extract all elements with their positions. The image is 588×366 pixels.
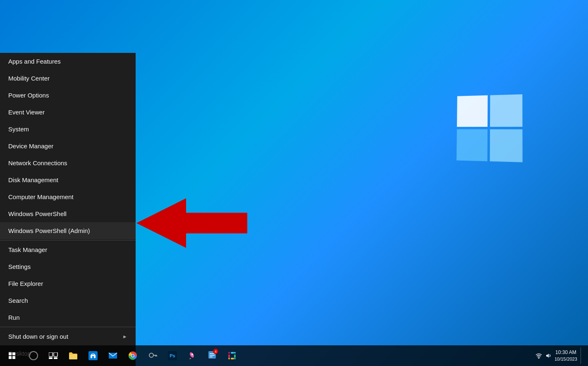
- svg-rect-1: [54, 352, 57, 356]
- svg-rect-5: [92, 356, 94, 358]
- svg-rect-0: [49, 352, 53, 356]
- svg-rect-27: [228, 358, 230, 359]
- desktop: Apps and Features Mobility Center Power …: [0, 0, 588, 366]
- menu-item-search[interactable]: Search: [0, 292, 136, 309]
- chrome-icon: [128, 351, 137, 360]
- taskbar-fileexplorer-button[interactable]: [64, 345, 83, 366]
- start-icon: [9, 352, 15, 359]
- context-menu: Apps and Features Mobility Center Power …: [0, 53, 136, 366]
- menu-item-task-manager[interactable]: Task Manager: [0, 241, 136, 258]
- taskbar-clock[interactable]: 10:30 AM 10/15/2023: [555, 349, 577, 362]
- taskbar-right: 10:30 AM 10/15/2023: [535, 347, 586, 364]
- menu-divider-2: [0, 327, 136, 327]
- menu-item-windows-powershell[interactable]: Windows PowerShell: [0, 205, 136, 222]
- svg-point-9: [131, 354, 134, 357]
- wifi-icon: [535, 353, 542, 359]
- key-icon: [148, 351, 157, 360]
- slack-icon: [227, 351, 237, 360]
- taskbar-search-button[interactable]: [24, 345, 43, 366]
- taskbar-taskview-button[interactable]: [44, 345, 63, 366]
- notes-icon: 4: [208, 350, 217, 361]
- submenu-arrow-icon: ►: [122, 334, 127, 340]
- taskbar-keepass-button[interactable]: [143, 345, 162, 366]
- taskbar-icons: Ps 4: [24, 345, 241, 366]
- menu-item-computer-management[interactable]: Computer Management: [0, 188, 136, 205]
- svg-rect-26: [231, 358, 234, 359]
- menu-item-settings[interactable]: Settings: [0, 258, 136, 275]
- taskbar-notes-button[interactable]: 4: [203, 345, 222, 366]
- menu-item-device-manager[interactable]: Device Manager: [0, 138, 136, 154]
- menu-item-event-viewer[interactable]: Event Viewer: [0, 104, 136, 121]
- svg-rect-2: [49, 357, 53, 359]
- taskbar-mail-button[interactable]: [103, 345, 122, 366]
- menu-item-mobility-center[interactable]: Mobility Center: [0, 70, 136, 87]
- menu-item-disk-management[interactable]: Disk Management: [0, 171, 136, 188]
- store-icon: [88, 351, 98, 360]
- menu-divider-1: [0, 240, 136, 240]
- svg-rect-20: [228, 354, 230, 358]
- volume-icon: [545, 353, 551, 359]
- svg-rect-3: [54, 357, 57, 359]
- clock-date: 10/15/2023: [555, 356, 577, 362]
- taskview-icon: [49, 352, 58, 359]
- folder-icon: [68, 352, 78, 360]
- taskbar-photoshop-button[interactable]: Ps: [163, 345, 182, 366]
- search-icon: [29, 351, 38, 360]
- menu-item-system[interactable]: System: [0, 121, 136, 138]
- notes-badge: 4: [213, 349, 218, 354]
- menu-item-windows-powershell-admin[interactable]: Windows PowerShell (Admin): [0, 222, 136, 239]
- menu-item-network-connections[interactable]: Network Connections: [0, 154, 136, 171]
- windows-logo: [456, 95, 522, 161]
- menu-item-file-explorer[interactable]: File Explorer: [0, 275, 136, 292]
- menu-item-shut-down[interactable]: Shut down or sign out ►: [0, 328, 136, 345]
- menu-item-power-options[interactable]: Power Options: [0, 87, 136, 104]
- svg-rect-24: [234, 354, 236, 358]
- taskbar: Ps 4: [0, 345, 588, 366]
- svg-rect-22: [231, 352, 234, 354]
- taskbar-chrome-button[interactable]: [123, 345, 142, 366]
- taskbar-slack-button[interactable]: [222, 345, 241, 366]
- svg-point-28: [538, 358, 539, 359]
- menu-item-run[interactable]: Run: [0, 309, 136, 326]
- taskbar-rocket-button[interactable]: [183, 345, 202, 366]
- photoshop-icon: Ps: [168, 351, 177, 360]
- svg-rect-23: [234, 352, 236, 354]
- svg-point-10: [149, 353, 153, 357]
- start-button[interactable]: [2, 345, 22, 366]
- menu-item-apps-features[interactable]: Apps and Features: [0, 53, 136, 70]
- svg-rect-25: [234, 358, 236, 359]
- red-arrow: [136, 198, 247, 248]
- rocket-icon: [188, 351, 197, 360]
- show-desktop-button[interactable]: [581, 347, 583, 364]
- svg-rect-21: [228, 352, 230, 354]
- clock-time: 10:30 AM: [555, 349, 577, 356]
- svg-point-15: [191, 354, 193, 355]
- mail-icon: [108, 352, 117, 359]
- taskbar-store-button[interactable]: [84, 345, 103, 366]
